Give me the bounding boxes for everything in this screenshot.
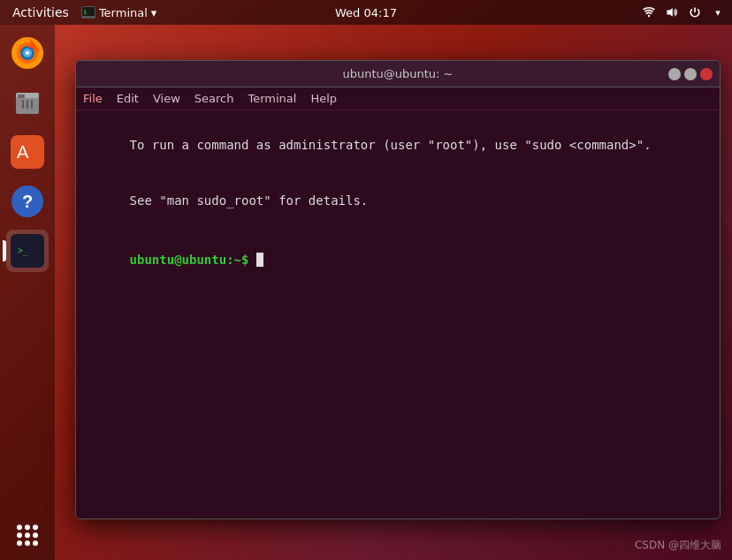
svg-text:>_: >_	[18, 246, 29, 256]
terminal-menubar: File Edit View Search Terminal Help	[76, 87, 720, 110]
terminal-menu-label: Terminal	[99, 6, 148, 19]
apps-grid-button[interactable]	[17, 525, 38, 546]
sidebar-item-terminal[interactable]: >_	[6, 230, 49, 272]
terminal-prompt: ubuntu@ubuntu:~$	[130, 253, 256, 267]
svg-rect-14	[27, 100, 28, 109]
topbar: Activities $ Terminal ▾ Wed 04:17	[0, 0, 732, 25]
menu-search[interactable]: Search	[194, 92, 234, 105]
dot	[17, 525, 22, 530]
svg-rect-15	[31, 100, 33, 109]
appstore-icon: A	[11, 135, 44, 169]
svg-text:?: ?	[22, 192, 33, 211]
svg-text:$: $	[83, 9, 87, 16]
activities-button[interactable]: Activities	[7, 4, 74, 21]
dot	[17, 541, 22, 546]
volume-icon[interactable]	[665, 5, 679, 19]
terminal-cursor	[256, 253, 263, 267]
svg-point-3	[648, 15, 650, 17]
svg-marker-4	[667, 8, 672, 17]
menu-file[interactable]: File	[83, 92, 103, 105]
close-button[interactable]	[700, 68, 713, 80]
terminal-output-line1: To run a command as administrator (user …	[85, 117, 711, 173]
svg-point-9	[26, 51, 29, 55]
sidebar-item-help[interactable]: ?	[6, 180, 49, 223]
terminal-menu-chevron: ▾	[151, 6, 157, 19]
menu-edit[interactable]: Edit	[117, 92, 139, 105]
terminal-topbar-icon: $	[81, 6, 95, 19]
terminal-prompt-line: ubuntu@ubuntu:~$	[85, 232, 711, 288]
files-icon	[11, 86, 44, 119]
terminal-body[interactable]: To run a command as administrator (user …	[76, 110, 720, 518]
terminal-icon-inner: >_	[15, 241, 40, 261]
dots-grid	[17, 525, 38, 546]
dot	[33, 525, 38, 530]
minimize-button[interactable]	[668, 68, 681, 80]
menu-help[interactable]: Help	[310, 92, 337, 105]
topbar-clock: Wed 04:17	[335, 6, 397, 19]
dot	[25, 525, 30, 530]
dot	[25, 541, 30, 546]
svg-rect-13	[22, 100, 24, 109]
menu-terminal[interactable]: Terminal	[248, 92, 296, 105]
firefox-icon	[9, 34, 46, 72]
network-icon[interactable]	[642, 5, 656, 19]
watermark: CSDN @四维大脑	[635, 538, 721, 553]
terminal-menu-button[interactable]: $ Terminal ▾	[81, 6, 156, 19]
menu-view[interactable]: View	[153, 92, 180, 105]
terminal-dock-icon: >_	[11, 234, 44, 268]
terminal-titlebar: ubuntu@ubuntu: ~	[76, 61, 720, 87]
terminal-window: ubuntu@ubuntu: ~ File Edit View Search T…	[75, 60, 721, 519]
terminal-window-title: ubuntu@ubuntu: ~	[342, 67, 453, 80]
dot	[25, 533, 30, 538]
topbar-left: Activities $ Terminal ▾	[7, 4, 156, 21]
terminal-output-line2: See "man sudo_root" for details.	[85, 173, 711, 229]
help-icon: ?	[11, 185, 44, 218]
svg-rect-12	[18, 95, 25, 98]
power-icon[interactable]	[688, 5, 702, 19]
topbar-chevron-icon[interactable]: ▾	[711, 5, 725, 19]
sidebar-item-appstore[interactable]: A	[6, 131, 49, 173]
svg-text:A: A	[17, 142, 29, 162]
sidebar-item-firefox[interactable]	[6, 32, 49, 74]
topbar-right: ▾	[642, 5, 725, 19]
dot	[17, 533, 22, 538]
terminal-window-buttons	[668, 68, 713, 80]
dot	[33, 533, 38, 538]
dot	[33, 541, 38, 546]
maximize-button[interactable]	[684, 68, 697, 80]
sidebar-item-files[interactable]	[6, 81, 49, 124]
sidebar: A ? >_	[0, 25, 55, 560]
